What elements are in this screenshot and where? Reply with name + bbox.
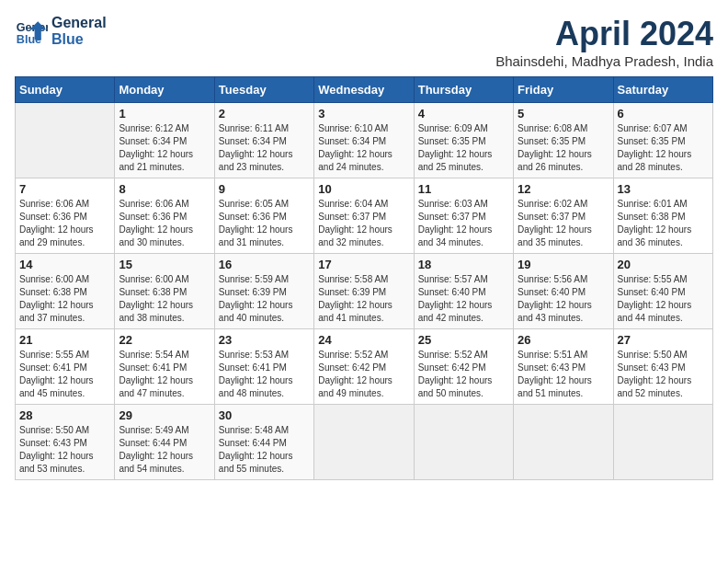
day-number: 13	[618, 182, 709, 196]
day-number: 6	[618, 107, 709, 121]
day-info: Sunrise: 6:04 AM Sunset: 6:37 PM Dayligh…	[318, 198, 409, 249]
day-number: 8	[119, 182, 210, 196]
calendar-day-cell	[514, 405, 613, 480]
day-info: Sunrise: 5:48 AM Sunset: 6:44 PM Dayligh…	[219, 424, 310, 476]
day-number: 16	[219, 258, 310, 271]
calendar-day-cell: 4Sunrise: 6:09 AM Sunset: 6:35 PM Daylig…	[414, 103, 513, 178]
day-number: 2	[219, 107, 310, 121]
day-info: Sunrise: 5:59 AM Sunset: 6:39 PM Dayligh…	[219, 273, 310, 325]
calendar-day-cell: 27Sunrise: 5:50 AM Sunset: 6:43 PM Dayli…	[613, 329, 712, 405]
day-number: 29	[119, 408, 210, 422]
title-area: April 2024 Bhainsdehi, Madhya Pradesh, I…	[495, 15, 713, 69]
calendar-week-row: 7Sunrise: 6:06 AM Sunset: 6:36 PM Daylig…	[16, 178, 713, 254]
day-number: 22	[119, 333, 210, 347]
day-number: 17	[318, 258, 409, 271]
day-info: Sunrise: 5:49 AM Sunset: 6:44 PM Dayligh…	[119, 424, 210, 476]
calendar-title: April 2024	[495, 15, 713, 53]
calendar-week-row: 21Sunrise: 5:55 AM Sunset: 6:41 PM Dayli…	[16, 329, 713, 405]
calendar-day-cell: 14Sunrise: 6:00 AM Sunset: 6:38 PM Dayli…	[16, 254, 115, 329]
calendar-day-cell: 9Sunrise: 6:05 AM Sunset: 6:36 PM Daylig…	[214, 178, 313, 254]
calendar-day-cell: 29Sunrise: 5:49 AM Sunset: 6:44 PM Dayli…	[115, 405, 214, 480]
calendar-day-cell: 23Sunrise: 5:53 AM Sunset: 6:41 PM Dayli…	[214, 329, 313, 405]
day-info: Sunrise: 5:55 AM Sunset: 6:40 PM Dayligh…	[618, 273, 709, 325]
weekday-header: Tuesday	[214, 77, 313, 103]
day-number: 27	[618, 333, 709, 347]
calendar-day-cell	[314, 405, 414, 480]
day-info: Sunrise: 6:12 AM Sunset: 6:34 PM Dayligh…	[119, 122, 210, 174]
day-number: 11	[418, 182, 509, 196]
calendar-day-cell: 20Sunrise: 5:55 AM Sunset: 6:40 PM Dayli…	[613, 254, 712, 329]
day-info: Sunrise: 5:58 AM Sunset: 6:39 PM Dayligh…	[318, 273, 409, 325]
day-info: Sunrise: 6:10 AM Sunset: 6:34 PM Dayligh…	[318, 122, 409, 174]
calendar-day-cell: 22Sunrise: 5:54 AM Sunset: 6:41 PM Dayli…	[115, 329, 214, 405]
day-info: Sunrise: 6:07 AM Sunset: 6:35 PM Dayligh…	[618, 122, 709, 174]
logo-general: General	[51, 15, 107, 31]
calendar-day-cell: 13Sunrise: 6:01 AM Sunset: 6:38 PM Dayli…	[613, 178, 712, 254]
day-info: Sunrise: 5:54 AM Sunset: 6:41 PM Dayligh…	[119, 349, 210, 400]
day-number: 21	[19, 333, 110, 347]
calendar-day-cell: 8Sunrise: 6:06 AM Sunset: 6:36 PM Daylig…	[115, 178, 214, 254]
day-number: 10	[318, 182, 409, 196]
day-info: Sunrise: 5:52 AM Sunset: 6:42 PM Dayligh…	[418, 349, 509, 400]
day-number: 23	[219, 333, 310, 347]
day-info: Sunrise: 5:52 AM Sunset: 6:42 PM Dayligh…	[318, 349, 409, 400]
day-number: 4	[418, 107, 509, 121]
calendar-day-cell: 19Sunrise: 5:56 AM Sunset: 6:40 PM Dayli…	[514, 254, 613, 329]
day-number: 15	[119, 258, 210, 271]
weekday-header: Sunday	[16, 77, 115, 103]
day-info: Sunrise: 5:50 AM Sunset: 6:43 PM Dayligh…	[618, 349, 709, 400]
day-number: 19	[518, 258, 609, 271]
calendar-week-row: 14Sunrise: 6:00 AM Sunset: 6:38 PM Dayli…	[16, 254, 713, 329]
calendar-day-cell: 25Sunrise: 5:52 AM Sunset: 6:42 PM Dayli…	[414, 329, 513, 405]
weekday-header: Friday	[514, 77, 613, 103]
calendar-day-cell: 21Sunrise: 5:55 AM Sunset: 6:41 PM Dayli…	[16, 329, 115, 405]
day-info: Sunrise: 6:05 AM Sunset: 6:36 PM Dayligh…	[219, 198, 310, 249]
calendar-day-cell: 7Sunrise: 6:06 AM Sunset: 6:36 PM Daylig…	[16, 178, 115, 254]
day-number: 28	[19, 408, 110, 422]
day-info: Sunrise: 6:03 AM Sunset: 6:37 PM Dayligh…	[418, 198, 509, 249]
day-info: Sunrise: 6:09 AM Sunset: 6:35 PM Dayligh…	[418, 122, 509, 174]
calendar-week-row: 28Sunrise: 5:50 AM Sunset: 6:43 PM Dayli…	[16, 405, 713, 480]
calendar-day-cell: 26Sunrise: 5:51 AM Sunset: 6:43 PM Dayli…	[514, 329, 613, 405]
day-number: 5	[518, 107, 609, 121]
day-number: 3	[318, 107, 409, 121]
day-info: Sunrise: 6:06 AM Sunset: 6:36 PM Dayligh…	[19, 198, 110, 249]
day-number: 25	[418, 333, 509, 347]
calendar-day-cell: 28Sunrise: 5:50 AM Sunset: 6:43 PM Dayli…	[16, 405, 115, 480]
header: General Blue General Blue April 2024 Bha…	[15, 15, 713, 69]
calendar-day-cell: 30Sunrise: 5:48 AM Sunset: 6:44 PM Dayli…	[214, 405, 313, 480]
logo-icon: General Blue	[15, 15, 48, 48]
day-number: 30	[219, 408, 310, 422]
day-number: 18	[418, 258, 509, 271]
day-info: Sunrise: 6:00 AM Sunset: 6:38 PM Dayligh…	[19, 273, 110, 325]
calendar-day-cell: 24Sunrise: 5:52 AM Sunset: 6:42 PM Dayli…	[314, 329, 414, 405]
weekday-header: Wednesday	[314, 77, 414, 103]
day-number: 26	[518, 333, 609, 347]
calendar-day-cell: 2Sunrise: 6:11 AM Sunset: 6:34 PM Daylig…	[214, 103, 313, 178]
day-info: Sunrise: 6:01 AM Sunset: 6:38 PM Dayligh…	[618, 198, 709, 249]
day-number: 14	[19, 258, 110, 271]
day-info: Sunrise: 5:53 AM Sunset: 6:41 PM Dayligh…	[219, 349, 310, 400]
day-info: Sunrise: 6:06 AM Sunset: 6:36 PM Dayligh…	[119, 198, 210, 249]
weekday-header: Thursday	[414, 77, 513, 103]
calendar-day-cell	[414, 405, 513, 480]
calendar-day-cell: 3Sunrise: 6:10 AM Sunset: 6:34 PM Daylig…	[314, 103, 414, 178]
day-number: 9	[219, 182, 310, 196]
calendar-day-cell	[16, 103, 115, 178]
day-info: Sunrise: 5:56 AM Sunset: 6:40 PM Dayligh…	[518, 273, 609, 325]
calendar-day-cell: 18Sunrise: 5:57 AM Sunset: 6:40 PM Dayli…	[414, 254, 513, 329]
day-info: Sunrise: 6:00 AM Sunset: 6:38 PM Dayligh…	[119, 273, 210, 325]
day-number: 12	[518, 182, 609, 196]
calendar-day-cell: 6Sunrise: 6:07 AM Sunset: 6:35 PM Daylig…	[613, 103, 712, 178]
day-info: Sunrise: 6:11 AM Sunset: 6:34 PM Dayligh…	[219, 122, 310, 174]
logo-blue: Blue	[51, 31, 107, 48]
calendar-day-cell: 17Sunrise: 5:58 AM Sunset: 6:39 PM Dayli…	[314, 254, 414, 329]
day-number: 1	[119, 107, 210, 121]
weekday-header: Monday	[115, 77, 214, 103]
day-info: Sunrise: 5:55 AM Sunset: 6:41 PM Dayligh…	[19, 349, 110, 400]
calendar-day-cell: 12Sunrise: 6:02 AM Sunset: 6:37 PM Dayli…	[514, 178, 613, 254]
calendar-day-cell: 10Sunrise: 6:04 AM Sunset: 6:37 PM Dayli…	[314, 178, 414, 254]
calendar-day-cell: 1Sunrise: 6:12 AM Sunset: 6:34 PM Daylig…	[115, 103, 214, 178]
calendar-header: SundayMondayTuesdayWednesdayThursdayFrid…	[16, 77, 713, 103]
calendar-subtitle: Bhainsdehi, Madhya Pradesh, India	[495, 53, 713, 69]
